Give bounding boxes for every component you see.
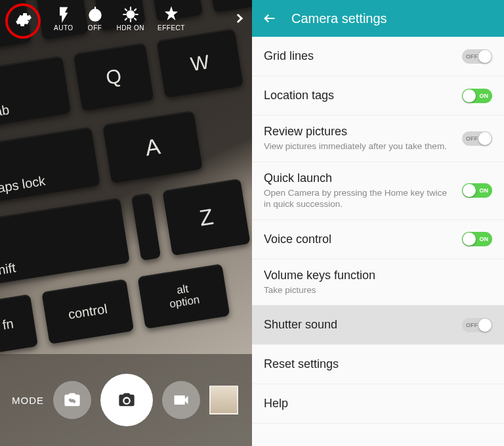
effect-icon [163,6,180,23]
flash-icon [55,6,72,23]
gallery-thumbnail[interactable] [209,386,238,414]
settings-row-title: Help [264,397,492,411]
settings-row-title: Reset settings [264,357,492,371]
hdr-icon [122,6,139,23]
settings-highlight-circle [5,3,41,39]
settings-row-help[interactable]: Help [252,384,504,424]
effect-label: EFFECT [158,24,185,32]
settings-row-shutter-sound[interactable]: Shutter soundOFF [252,305,504,345]
mode-button[interactable]: MODE [12,395,44,406]
timer-icon [87,6,104,23]
camera-viewfinder: tab Q W caps lock A shift Z fn control a… [0,0,252,446]
settings-row-review-pictures[interactable]: Review picturesView pictures immediately… [252,116,504,162]
settings-row-title: Shutter sound [264,318,453,332]
toggle[interactable]: ON [462,89,492,103]
switch-camera-button[interactable] [53,381,91,419]
settings-row-title: Grid lines [264,49,453,63]
video-record-button[interactable] [162,381,200,419]
effect-toggle[interactable]: EFFECT [158,6,185,32]
toggle[interactable]: OFF [462,318,492,332]
video-icon [172,391,190,409]
settings-title: Camera settings [291,11,387,26]
settings-row-desc: Open Camera by pressing the Home key twi… [264,187,453,210]
camera-icon [117,391,136,409]
flash-label: AUTO [54,24,74,32]
back-button[interactable] [262,11,277,26]
settings-row-quick-launch[interactable]: Quick launchOpen Camera by pressing the … [252,162,504,220]
camera-bottom-bar: MODE [0,354,252,446]
arrow-left-icon [262,11,277,26]
chevron-right-icon[interactable] [234,14,243,23]
gear-icon[interactable] [14,11,32,31]
settings-row-title: Review pictures [264,125,453,139]
timer-toggle[interactable]: OFF [87,6,104,32]
flash-toggle[interactable]: AUTO [54,6,74,32]
settings-row-desc: Take pictures [264,284,492,296]
toggle[interactable]: ON [462,232,492,246]
camera-top-toolbar: AUTO OFF HDR ON EFFECT [0,0,252,37]
settings-list[interactable]: Grid linesOFFLocation tagsONReview pictu… [252,37,504,446]
settings-row-location-tags[interactable]: Location tagsON [252,76,504,116]
settings-row-reset-settings[interactable]: Reset settings [252,345,504,384]
toggle[interactable]: OFF [462,131,492,146]
toggle[interactable]: OFF [462,49,492,64]
settings-row-title: Location tags [264,89,453,102]
timer-label: OFF [88,24,102,32]
settings-row-title: Quick launch [264,171,453,185]
settings-row-desc: View pictures immediately after you take… [264,141,453,152]
svg-point-1 [127,11,134,18]
shutter-button[interactable] [100,374,153,426]
settings-row-voice-control[interactable]: Voice controlON [252,220,504,259]
settings-appbar: Camera settings [252,0,504,37]
settings-row-volume-keys-function[interactable]: Volume keys functionTake pictures [252,259,504,306]
settings-row-grid-lines[interactable]: Grid linesOFF [252,37,504,76]
toggle[interactable]: ON [462,183,492,198]
switch-camera-icon [63,391,81,409]
settings-panel: Camera settings Grid linesOFFLocation ta… [252,0,504,446]
hdr-label: HDR ON [117,24,144,32]
hdr-toggle[interactable]: HDR ON [117,6,144,32]
settings-row-title: Volume keys function [264,269,492,282]
settings-row-title: Voice control [264,233,453,246]
